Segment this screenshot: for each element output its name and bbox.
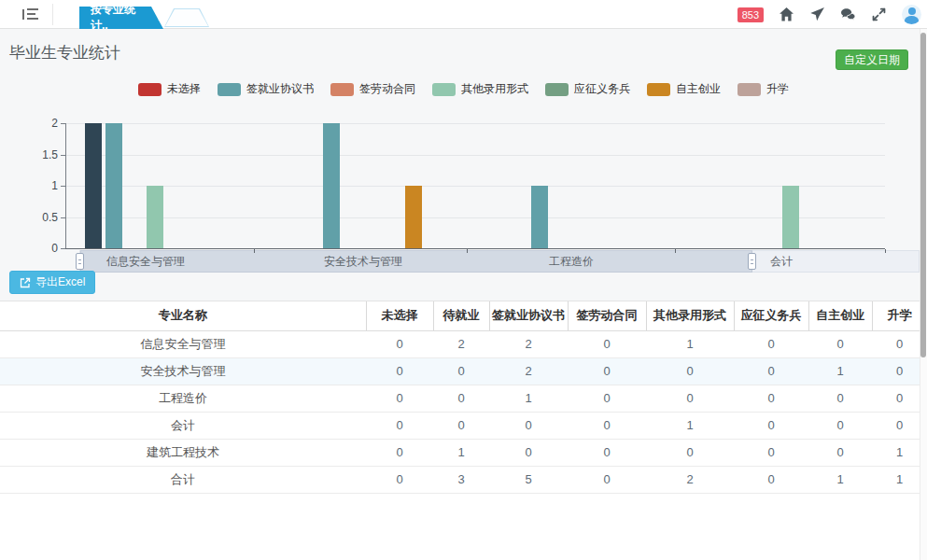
value-cell: 0: [568, 357, 646, 385]
value-cell: 0: [366, 330, 433, 357]
x-axis-tick: [254, 249, 255, 253]
legend-item[interactable]: 签就业协议书: [218, 81, 314, 97]
legend-item[interactable]: 升学: [737, 81, 789, 97]
column-header: 其他录用形式: [646, 301, 734, 330]
major-name-cell: 合计: [0, 466, 366, 493]
vertical-scrollbar-thumb[interactable]: [920, 33, 926, 357]
table-row[interactable]: 工程造价00100000: [0, 385, 927, 412]
column-header: 签劳动合同: [568, 301, 646, 330]
major-name-cell: 会计: [0, 412, 366, 439]
value-cell: 0: [808, 385, 872, 412]
value-cell: 1: [489, 385, 568, 412]
vertical-scrollbar[interactable]: [920, 29, 927, 560]
datazoom-slider[interactable]: 信息安全与管理安全技术与管理工程造价会计: [79, 250, 920, 273]
value-cell: 2: [433, 330, 489, 357]
legend-swatch: [138, 83, 162, 96]
value-cell: 0: [433, 385, 489, 412]
tab-close-icon[interactable]: ×: [158, 12, 163, 23]
value-cell: 0: [734, 385, 808, 412]
send-icon[interactable]: [809, 7, 825, 22]
datazoom-handle-right[interactable]: [748, 253, 756, 270]
legend-item[interactable]: 未选择: [138, 81, 201, 97]
x-axis-label: 信息安全与管理: [106, 251, 185, 273]
legend-swatch: [330, 83, 354, 96]
table-row[interactable]: 信息安全与管理02201000: [0, 330, 927, 357]
bar-自主创业[interactable]: [405, 186, 422, 248]
value-cell: 0: [646, 439, 734, 466]
custom-date-button[interactable]: 自定义日期: [836, 49, 908, 70]
bar-签就业协议书[interactable]: [531, 186, 548, 248]
value-cell: 1: [808, 466, 872, 493]
y-axis-label: 1: [17, 179, 58, 192]
value-cell: 0: [366, 357, 433, 385]
legend-item[interactable]: 应征义务兵: [545, 81, 630, 97]
table-row[interactable]: 建筑工程技术01000001: [0, 439, 927, 466]
bar-签就业协议书[interactable]: [105, 123, 122, 248]
export-excel-button[interactable]: 导出Excel: [9, 271, 95, 294]
bar-待就业[interactable]: [85, 123, 102, 248]
home-icon[interactable]: [779, 7, 794, 22]
y-axis-label: 0.5: [17, 211, 58, 224]
legend-item[interactable]: 自主创业: [647, 81, 721, 97]
gridline: [65, 186, 885, 187]
legend-label: 升学: [766, 81, 789, 97]
major-name-cell: 安全技术与管理: [0, 357, 366, 385]
major-name-cell: 信息安全与管理: [0, 330, 366, 357]
value-cell: 0: [808, 439, 872, 466]
datazoom-handle-left[interactable]: [76, 253, 84, 270]
value-cell: 0: [366, 385, 433, 412]
x-axis-label: 会计: [770, 251, 793, 273]
topbar: 按专业统计.. × 853: [0, 0, 927, 29]
chat-icon[interactable]: [840, 7, 856, 22]
value-cell: 0: [734, 439, 808, 466]
user-avatar[interactable]: [902, 5, 921, 24]
legend-label: 签就业协议书: [246, 81, 314, 97]
topbar-divider: [52, 4, 53, 25]
x-axis-label: 工程造价: [549, 251, 594, 273]
notification-badge[interactable]: 853: [737, 7, 764, 22]
column-header: 自主创业: [808, 301, 872, 330]
table-header-row: 专业名称未选择待就业签就业协议书签劳动合同其他录用形式应征义务兵自主创业升学: [0, 301, 927, 330]
table-row[interactable]: 会计00001000: [0, 412, 927, 439]
sidebar-toggle-icon[interactable]: [22, 8, 39, 21]
value-cell: 0: [366, 466, 433, 493]
legend-item[interactable]: 签劳动合同: [330, 81, 415, 97]
value-cell: 2: [646, 466, 734, 493]
legend-label: 未选择: [167, 81, 201, 97]
y-axis-label: 0: [17, 242, 58, 255]
legend-swatch: [647, 83, 670, 96]
value-cell: 0: [646, 385, 734, 412]
new-tab-placeholder: [164, 8, 209, 27]
table-row[interactable]: 安全技术与管理00200010: [0, 357, 927, 385]
expand-icon[interactable]: [871, 7, 887, 22]
column-header: 应征义务兵: [734, 301, 808, 330]
y-axis-label: 2: [17, 117, 58, 130]
value-cell: 0: [568, 439, 646, 466]
bar-其他录用形式[interactable]: [782, 186, 799, 248]
chart-section: 毕业生专业统计 自定义日期 未选择签就业协议书签劳动合同其他录用形式应征义务兵自…: [0, 29, 927, 301]
legend-swatch: [432, 83, 456, 96]
bar-其他录用形式[interactable]: [147, 186, 163, 248]
x-axis-tick: [885, 249, 886, 253]
x-axis-label: 安全技术与管理: [324, 251, 402, 273]
legend-label: 自主创业: [676, 81, 721, 97]
value-cell: 0: [734, 357, 808, 385]
major-name-cell: 工程造价: [0, 385, 366, 412]
value-cell: 0: [366, 439, 433, 466]
value-cell: 0: [734, 330, 808, 357]
value-cell: 0: [734, 466, 808, 493]
bar-签就业协议书[interactable]: [323, 123, 340, 248]
value-cell: 0: [808, 330, 872, 357]
gridline: [65, 217, 885, 218]
table-row[interactable]: 合计03502011: [0, 466, 927, 493]
value-cell: 5: [489, 466, 568, 493]
page-title: 毕业生专业统计: [9, 42, 120, 63]
value-cell: 2: [489, 330, 568, 357]
legend-item[interactable]: 其他录用形式: [432, 81, 528, 97]
value-cell: 0: [568, 466, 646, 493]
legend-label: 其他录用形式: [461, 81, 528, 97]
value-cell: 0: [433, 357, 489, 385]
column-header: 签就业协议书: [489, 301, 568, 330]
tab-major-statistics[interactable]: 按专业统计.. ×: [79, 7, 163, 29]
export-excel-label: 导出Excel: [35, 274, 85, 290]
